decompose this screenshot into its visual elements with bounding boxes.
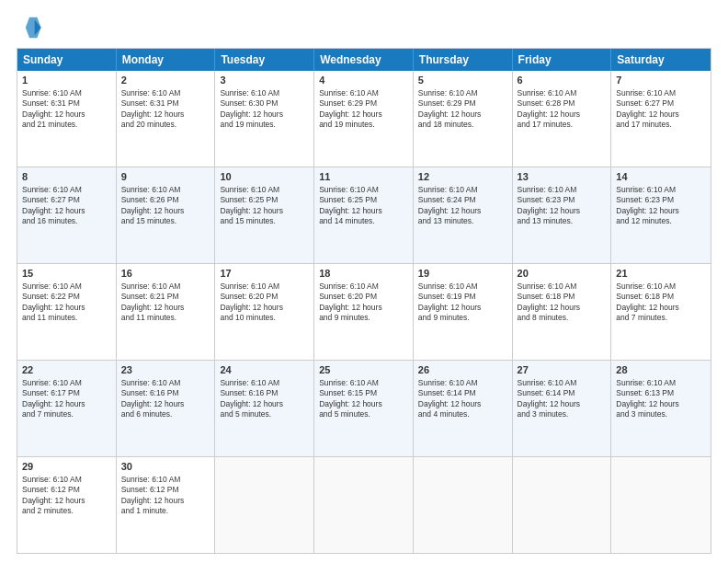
day-info-line: Daylight: 12 hours — [121, 496, 210, 506]
day-info-line: Sunset: 6:12 PM — [22, 485, 111, 495]
calendar-empty-cell — [215, 457, 314, 553]
day-info-line: and 19 minutes. — [220, 120, 309, 130]
day-info-line: and 12 minutes. — [616, 216, 706, 226]
calendar-day-cell: 10Sunrise: 6:10 AMSunset: 6:25 PMDayligh… — [215, 167, 314, 263]
day-info-line: Sunrise: 6:10 AM — [121, 185, 210, 195]
calendar-empty-cell — [611, 457, 711, 553]
calendar-day-cell: 27Sunrise: 6:10 AMSunset: 6:14 PMDayligh… — [513, 361, 612, 456]
day-info-line: Sunset: 6:23 PM — [518, 195, 607, 205]
calendar-day-cell: 14Sunrise: 6:10 AMSunset: 6:23 PMDayligh… — [611, 167, 711, 263]
day-info-line: and 9 minutes. — [418, 313, 507, 323]
day-info-line: Daylight: 12 hours — [22, 109, 111, 120]
calendar-empty-cell — [414, 457, 513, 553]
day-info-line: and 4 minutes. — [418, 409, 507, 419]
header-day: Friday — [513, 49, 612, 71]
day-info-line: and 5 minutes. — [220, 409, 309, 419]
day-info-line: Daylight: 12 hours — [418, 206, 507, 216]
day-number: 14 — [616, 170, 706, 184]
day-info-line: Daylight: 12 hours — [22, 206, 111, 216]
day-info-line: Daylight: 12 hours — [22, 399, 111, 409]
day-info-line: Sunrise: 6:10 AM — [121, 88, 210, 98]
day-number: 18 — [319, 267, 408, 281]
day-info-line: and 6 minutes. — [121, 409, 210, 419]
day-info-line: and 13 minutes. — [518, 216, 607, 226]
day-info-line: Sunrise: 6:10 AM — [220, 88, 309, 98]
calendar-day-cell: 15Sunrise: 6:10 AMSunset: 6:22 PMDayligh… — [17, 264, 117, 360]
header-day: Wednesday — [314, 49, 414, 71]
day-info-line: Sunrise: 6:10 AM — [22, 185, 111, 195]
day-number: 17 — [220, 267, 309, 281]
calendar-day-cell: 16Sunrise: 6:10 AMSunset: 6:21 PMDayligh… — [117, 264, 216, 360]
day-info-line: Daylight: 12 hours — [518, 303, 607, 313]
calendar-day-cell: 1Sunrise: 6:10 AMSunset: 6:31 PMDaylight… — [17, 71, 117, 167]
calendar-day-cell: 22Sunrise: 6:10 AMSunset: 6:17 PMDayligh… — [17, 361, 117, 456]
day-info-line: Sunset: 6:30 PM — [220, 98, 309, 109]
day-info-line: Sunset: 6:31 PM — [121, 98, 210, 109]
day-number: 15 — [22, 267, 111, 281]
calendar-week-row: 29Sunrise: 6:10 AMSunset: 6:12 PMDayligh… — [17, 456, 711, 553]
day-info-line: Sunset: 6:18 PM — [616, 292, 706, 302]
day-number: 13 — [518, 170, 607, 184]
day-number: 6 — [518, 74, 607, 87]
day-info-line: and 17 minutes. — [616, 120, 706, 130]
calendar-day-cell: 21Sunrise: 6:10 AMSunset: 6:18 PMDayligh… — [611, 264, 711, 360]
day-info-line: Sunrise: 6:10 AM — [418, 185, 507, 195]
calendar-day-cell: 2Sunrise: 6:10 AMSunset: 6:31 PMDaylight… — [117, 71, 216, 167]
day-info-line: Daylight: 12 hours — [220, 109, 309, 120]
day-info-line: Daylight: 12 hours — [518, 399, 607, 409]
day-info-line: Sunset: 6:26 PM — [121, 195, 210, 205]
day-info-line: Daylight: 12 hours — [418, 399, 507, 409]
day-info-line: Daylight: 12 hours — [220, 206, 309, 216]
header-day: Saturday — [611, 49, 711, 71]
day-info-line: Sunrise: 6:10 AM — [319, 185, 408, 195]
day-info-line: Sunset: 6:20 PM — [319, 292, 408, 302]
day-info-line: Daylight: 12 hours — [220, 399, 309, 409]
calendar-week-row: 15Sunrise: 6:10 AMSunset: 6:22 PMDayligh… — [17, 263, 711, 360]
day-info-line: Sunset: 6:20 PM — [220, 292, 309, 302]
day-number: 29 — [22, 460, 111, 474]
day-info-line: Daylight: 12 hours — [616, 303, 706, 313]
day-number: 7 — [616, 74, 706, 87]
day-info-line: and 21 minutes. — [22, 120, 111, 130]
day-info-line: Sunset: 6:17 PM — [22, 388, 111, 398]
day-info-line: Sunset: 6:16 PM — [220, 388, 309, 398]
day-number: 30 — [121, 460, 210, 474]
calendar-week-row: 22Sunrise: 6:10 AMSunset: 6:17 PMDayligh… — [17, 360, 711, 456]
day-info-line: and 7 minutes. — [616, 313, 706, 323]
calendar-day-cell: 29Sunrise: 6:10 AMSunset: 6:12 PMDayligh… — [17, 457, 117, 553]
day-info-line: Daylight: 12 hours — [319, 206, 408, 216]
day-number: 21 — [616, 267, 706, 281]
day-info-line: Daylight: 12 hours — [418, 303, 507, 313]
day-number: 5 — [418, 74, 507, 87]
header-day: Thursday — [414, 49, 513, 71]
header-day: Tuesday — [215, 49, 314, 71]
day-info-line: Sunrise: 6:10 AM — [22, 475, 111, 485]
day-info-line: Sunset: 6:18 PM — [518, 292, 607, 302]
day-info-line: and 8 minutes. — [518, 313, 607, 323]
day-info-line: and 2 minutes. — [22, 506, 111, 516]
calendar-week-row: 8Sunrise: 6:10 AMSunset: 6:27 PMDaylight… — [17, 167, 711, 263]
day-info-line: Daylight: 12 hours — [121, 109, 210, 120]
day-info-line: Daylight: 12 hours — [319, 399, 408, 409]
calendar-header: SundayMondayTuesdayWednesdayThursdayFrid… — [17, 49, 711, 71]
day-info-line: Sunset: 6:22 PM — [22, 292, 111, 302]
day-info-line: and 15 minutes. — [121, 216, 210, 226]
day-info-line: Sunset: 6:24 PM — [418, 195, 507, 205]
day-number: 11 — [319, 170, 408, 184]
calendar-day-cell: 30Sunrise: 6:10 AMSunset: 6:12 PMDayligh… — [117, 457, 216, 553]
day-number: 24 — [220, 363, 309, 377]
day-info-line: Daylight: 12 hours — [616, 206, 706, 216]
day-info-line: and 11 minutes. — [22, 313, 111, 323]
day-info-line: Daylight: 12 hours — [518, 109, 607, 120]
day-number: 12 — [418, 170, 507, 184]
calendar-week-row: 1Sunrise: 6:10 AMSunset: 6:31 PMDaylight… — [17, 71, 711, 167]
day-info-line: Sunset: 6:31 PM — [22, 98, 111, 109]
day-info-line: Daylight: 12 hours — [616, 109, 706, 120]
calendar-empty-cell — [314, 457, 414, 553]
day-info-line: Sunrise: 6:10 AM — [22, 378, 111, 388]
day-info-line: Sunrise: 6:10 AM — [616, 282, 706, 292]
day-info-line: Sunrise: 6:10 AM — [616, 185, 706, 195]
logo-icon — [17, 15, 42, 40]
day-number: 25 — [319, 363, 408, 377]
day-info-line: Sunset: 6:19 PM — [418, 292, 507, 302]
